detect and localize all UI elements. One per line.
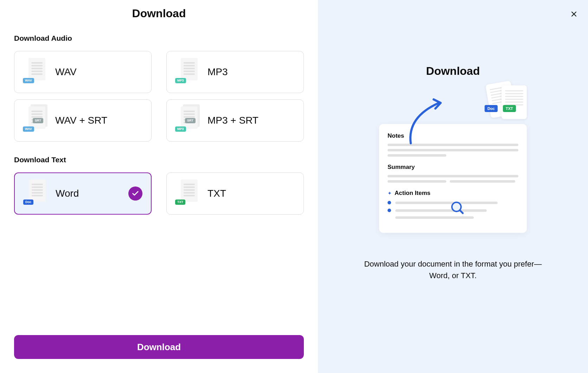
sparkle-icon: ✦ [388, 190, 392, 196]
option-mp3-srt[interactable]: SRT MP3 MP3 + SRT [166, 99, 304, 142]
page-title: Download [14, 7, 304, 20]
mp3-file-icon: MP3 [175, 58, 198, 86]
option-wav[interactable]: WAV WAV [14, 51, 152, 93]
info-title: Download [426, 65, 480, 78]
document-preview-card: Doc TXT Notes Summary [379, 124, 527, 233]
wav-file-icon: WAV [23, 58, 45, 86]
file-stack-illustration: Doc TXT [485, 85, 541, 124]
check-icon [128, 186, 142, 201]
text-section-title: Download Text [14, 156, 304, 164]
audio-options-grid: WAV WAV MP3 MP3 SRT WAV WAV + SRT [14, 51, 304, 142]
word-file-icon: Doc [23, 179, 46, 208]
download-illustration: Doc TXT Notes Summary [379, 89, 527, 233]
wav-srt-file-icon: SRT WAV [23, 106, 45, 135]
info-panel: Download Doc TXT Notes Summary [318, 0, 588, 373]
option-word[interactable]: Doc Word [14, 172, 152, 215]
option-label: MP3 [207, 66, 228, 78]
mp3-srt-file-icon: SRT MP3 [175, 106, 198, 135]
option-wav-srt[interactable]: SRT WAV WAV + SRT [14, 99, 152, 142]
option-label: Word [56, 188, 79, 199]
txt-file-icon: TXT [175, 179, 198, 208]
audio-section-title: Download Audio [14, 34, 304, 42]
option-label: WAV + SRT [55, 115, 107, 126]
download-options-panel: Download Download Audio WAV WAV MP3 MP3 … [0, 0, 318, 373]
text-options-grid: Doc Word TXT TXT [14, 172, 304, 215]
option-txt[interactable]: TXT TXT [166, 172, 304, 215]
arrow-icon [404, 96, 453, 145]
option-label: MP3 + SRT [207, 115, 258, 126]
option-label: TXT [207, 188, 226, 199]
action-items-heading: Action Items [395, 190, 430, 197]
option-mp3[interactable]: MP3 MP3 [166, 51, 304, 93]
download-button[interactable]: Download [14, 335, 304, 359]
summary-heading: Summary [388, 164, 518, 171]
info-description: Download your document in the format you… [358, 258, 548, 281]
svg-line-3 [460, 210, 463, 213]
magnifier-icon [449, 201, 465, 216]
close-icon[interactable] [570, 10, 578, 20]
option-label: WAV [55, 66, 77, 78]
